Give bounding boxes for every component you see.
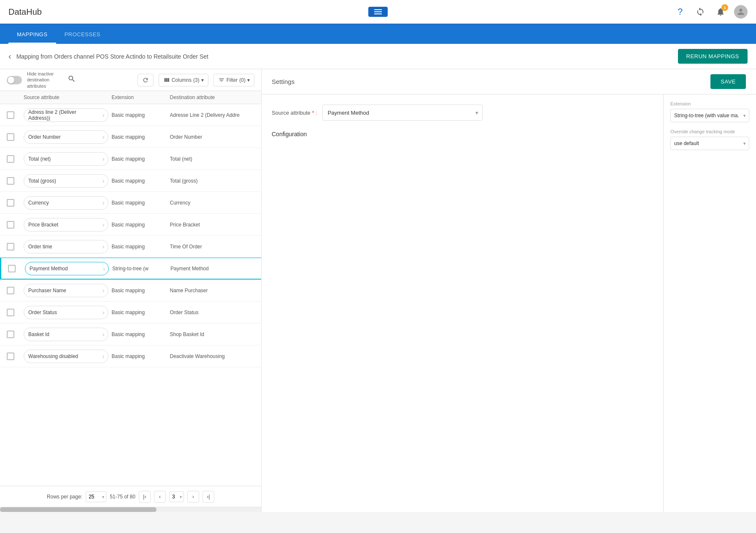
row-checkbox[interactable] [7,309,14,316]
ext-cell: String-to-tree (w [112,266,167,272]
table-row-selected[interactable]: Payment Method › String-to-tree (w Payme… [0,258,261,280]
row-checkbox[interactable] [7,155,14,163]
tab-mappings[interactable]: MAPPINGS [8,26,56,44]
source-attr-cell: Order time › [24,240,108,253]
ext-cell: Basic mapping [112,112,167,118]
row-checkbox[interactable] [7,243,14,250]
source-attr-cell: Payment Method › [25,262,109,275]
source-input: Adress line 2 (Deliver Address)) › [24,108,108,122]
row-checkbox[interactable] [7,353,14,360]
dest-cell: Shop Basket Id [170,331,255,337]
dest-cell: Order Number [170,134,255,140]
current-page-select-wrap[interactable]: 1 2 3 4 [169,491,184,502]
app-title: DataHub [8,7,673,17]
dest-cell: Order Status [170,310,255,315]
table-row[interactable]: Total (gross) › Basic mapping Total (gro… [0,170,261,192]
filter-count: (0) [239,77,246,83]
source-input: Total (net) › [24,152,108,166]
row-checkbox[interactable] [7,111,14,119]
ext-cell: Basic mapping [112,331,167,337]
extension-label: Extension [670,101,749,106]
rows-per-page-select-wrap[interactable]: 10 25 50 100 [86,491,106,502]
right-panel: Settings SAVE Source attribute * : Payme… [262,69,756,512]
table-row[interactable]: Price Bracket › Basic mapping Price Brac… [0,214,261,236]
row-checkbox[interactable] [7,287,14,294]
bottom-scrollbar[interactable] [0,507,261,512]
sync-icon[interactable] [694,5,707,19]
table-row[interactable]: Adress line 2 (Deliver Address)) › Basic… [0,104,261,126]
source-input: Currency › [24,196,108,210]
row-checkbox[interactable] [7,199,14,207]
source-arrow-icon: › [103,178,105,184]
table-row[interactable]: Purchaser Name › Basic mapping Name Purc… [0,280,261,301]
search-icon[interactable] [66,73,78,87]
source-arrow-icon: › [103,353,105,360]
config-section: Configuration [272,131,653,137]
row-checkbox[interactable] [7,133,14,141]
columns-button[interactable]: Columns (3) ▾ [159,74,208,86]
source-attr-row: Source attribute * : Payment Method [272,105,653,121]
table-row[interactable]: Warehousing disabled › Basic mapping Dea… [0,345,261,367]
dest-cell: Payment Method [170,266,254,272]
current-page-select[interactable]: 1 2 3 4 [169,491,184,502]
prev-page-button[interactable]: ‹ [154,491,166,503]
last-page-button[interactable]: ›| [202,491,214,503]
columns-chevron: ▾ [201,77,204,83]
source-arrow-icon: › [103,331,105,338]
dest-cell: Currency [170,200,255,206]
source-attr-label: Source attribute * : [272,110,317,116]
scrollbar-thumb [0,507,157,512]
dest-cell: Time Of Order [170,244,255,250]
refresh-button[interactable] [138,74,154,86]
bell-icon[interactable]: 1 [714,5,727,19]
row-checkbox[interactable] [8,265,16,272]
ext-cell: Basic mapping [112,156,167,162]
source-attr-cell: Warehousing disabled › [24,350,108,363]
table-row[interactable]: Order Status › Basic mapping Order Statu… [0,301,261,323]
hamburger-button[interactable] [368,7,388,17]
rerun-mappings-button[interactable]: RERUN MAPPINGS [678,49,748,64]
source-attr-cell: Purchaser Name › [24,284,108,297]
extension-select-wrapper[interactable]: String-to-tree (with value ma... Basic m… [670,109,749,122]
source-arrow-icon: › [103,199,105,206]
next-page-button[interactable]: › [187,491,199,503]
source-input: Order time › [24,240,108,253]
ext-cell: Basic mapping [112,222,167,228]
row-checkbox[interactable] [7,331,14,338]
table-row[interactable]: Currency › Basic mapping Currency [0,192,261,214]
table-row[interactable]: Order Number › Basic mapping Order Numbe… [0,126,261,148]
table-row[interactable]: Order time › Basic mapping Time Of Order [0,236,261,258]
ext-cell: Basic mapping [112,288,167,293]
pagination-range: 51-75 of 80 [110,494,135,500]
source-attr-select-wrap[interactable]: Payment Method [322,105,483,121]
save-button[interactable]: SAVE [710,74,746,89]
row-checkbox[interactable] [7,221,14,229]
filter-button[interactable]: Filter (0) ▾ [213,74,254,86]
ext-cell: Basic mapping [112,353,167,359]
table-row[interactable]: Total (net) › Basic mapping Total (net) [0,148,261,170]
source-attr-select[interactable]: Payment Method [322,105,483,121]
source-arrow-icon: › [103,309,105,316]
override-field-group: Override change tracking mode use defaul… [670,129,749,150]
override-label: Override change tracking mode [670,129,749,134]
help-icon[interactable]: ? [673,5,687,19]
table-row[interactable]: Basket Id › Basic mapping Shop Basket Id [0,323,261,345]
avatar[interactable] [734,5,748,19]
row-checkbox[interactable] [7,177,14,185]
tab-processes[interactable]: PROCESSES [56,26,109,44]
ext-cell: Basic mapping [112,244,167,250]
rows-per-page-select[interactable]: 10 25 50 100 [86,491,106,502]
source-arrow-icon: › [103,287,105,294]
nav-center [368,7,388,17]
back-button[interactable]: ‹ [8,51,11,61]
extension-select[interactable]: String-to-tree (with value ma... Basic m… [670,109,749,122]
toggle-label: Hide inactive destination attributes [27,71,61,89]
override-select-wrapper[interactable]: use default force skip [670,137,749,150]
extension-field-group: Extension String-to-tree (with value ma.… [670,101,749,122]
first-page-button[interactable]: |‹ [139,491,151,503]
source-attr-cell: Total (net) › [24,152,108,166]
destination-header: Destination attribute [170,94,255,100]
override-select[interactable]: use default force skip [670,137,749,150]
filter-chevron: ▾ [247,77,250,83]
hide-inactive-toggle[interactable] [7,76,22,84]
